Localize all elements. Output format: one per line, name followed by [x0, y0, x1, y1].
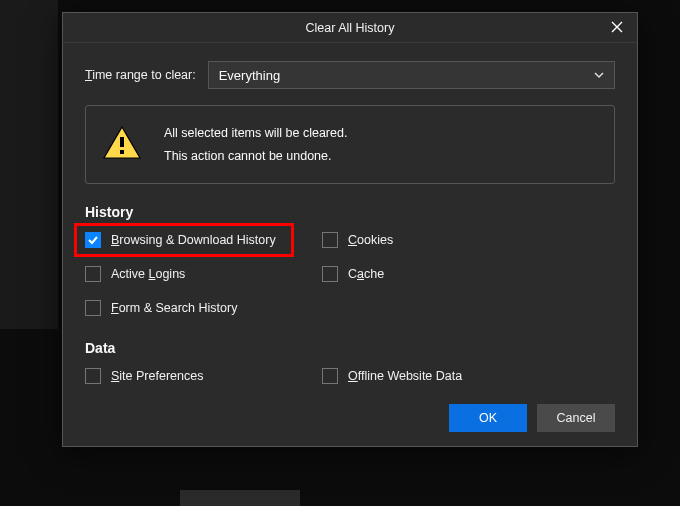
close-button[interactable] — [597, 13, 637, 43]
checkbox-label: Cache — [348, 267, 384, 281]
checkbox-icon — [322, 232, 338, 248]
checkbox-label: Cookies — [348, 233, 393, 247]
section-data: Data — [85, 340, 615, 356]
clear-history-dialog: Clear All History Time range to clear: E… — [62, 12, 638, 447]
warning-panel: All selected items will be cleared. This… — [85, 105, 615, 184]
checkbox-cookies[interactable]: Cookies — [322, 230, 615, 250]
checkbox-site-preferences[interactable]: Site Preferences — [85, 366, 320, 386]
checkbox-icon — [85, 266, 101, 282]
checkbox-browsing-history[interactable]: Browsing & Download History — [74, 223, 294, 257]
svg-rect-0 — [120, 137, 124, 147]
checkbox-icon — [85, 300, 101, 316]
checkbox-label: Active Logins — [111, 267, 185, 281]
time-range-row: Time range to clear: Everything — [85, 61, 615, 89]
checkbox-icon — [85, 368, 101, 384]
close-icon — [611, 21, 623, 36]
checkbox-label: Site Preferences — [111, 369, 203, 383]
checkbox-cache[interactable]: Cache — [322, 264, 615, 284]
warning-icon — [102, 125, 142, 164]
dialog-button-row: OK Cancel — [85, 404, 615, 432]
dialog-content: Time range to clear: Everything All sele… — [63, 43, 637, 446]
checkbox-form-history[interactable]: Form & Search History — [85, 298, 320, 318]
data-options: Site Preferences Offline Website Data — [85, 366, 615, 386]
ok-button[interactable]: OK — [449, 404, 527, 432]
checkbox-offline-data[interactable]: Offline Website Data — [322, 366, 615, 386]
warning-line-1: All selected items will be cleared. — [164, 122, 347, 145]
checkbox-icon — [322, 266, 338, 282]
dialog-titlebar: Clear All History — [63, 13, 637, 43]
time-range-label: Time range to clear: — [85, 68, 196, 82]
checkbox-label: Offline Website Data — [348, 369, 462, 383]
background-strip-left — [0, 0, 58, 329]
background-strip-bottom — [180, 490, 300, 506]
warning-text: All selected items will be cleared. This… — [164, 122, 347, 167]
checkbox-icon — [322, 368, 338, 384]
dialog-title: Clear All History — [306, 21, 395, 35]
warning-line-2: This action cannot be undone. — [164, 145, 347, 168]
checkbox-active-logins[interactable]: Active Logins — [85, 264, 320, 284]
checkbox-label: Browsing & Download History — [111, 233, 276, 247]
cancel-button[interactable]: Cancel — [537, 404, 615, 432]
time-range-value: Everything — [219, 68, 280, 83]
time-range-select[interactable]: Everything — [208, 61, 615, 89]
section-history: History — [85, 204, 615, 220]
checkbox-icon — [85, 232, 101, 248]
history-options: Browsing & Download History Cookies Acti… — [85, 230, 615, 318]
svg-rect-1 — [120, 150, 124, 154]
checkbox-label: Form & Search History — [111, 301, 237, 315]
chevron-down-icon — [594, 68, 604, 83]
